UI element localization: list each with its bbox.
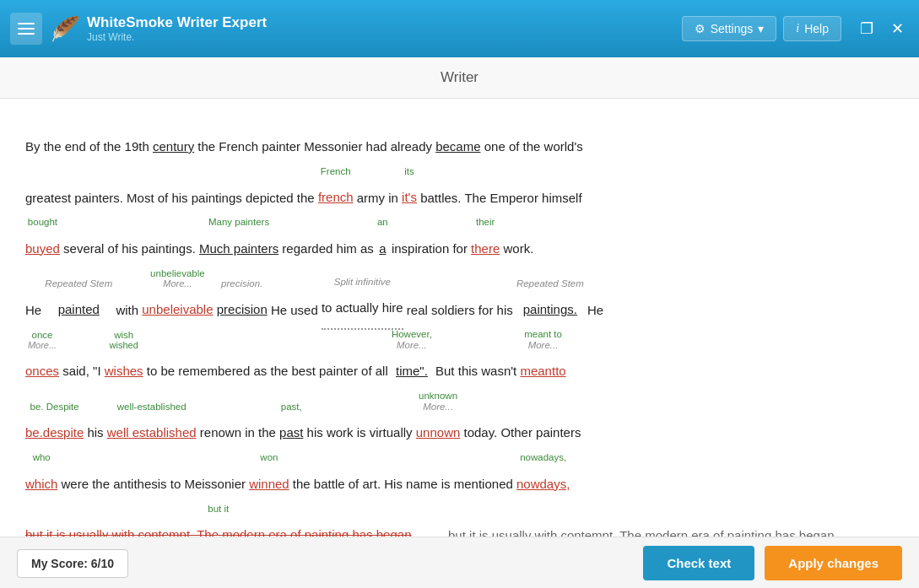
text-static: inspiration for bbox=[388, 241, 471, 256]
text-static: to be remembered as the best painter of … bbox=[143, 364, 392, 378]
correction-precision: precision. precision bbox=[217, 279, 268, 331]
correction-paintings: Repeated Stem paintings. bbox=[516, 279, 584, 331]
correction-its: its it's bbox=[402, 167, 417, 218]
help-button[interactable]: i Help bbox=[783, 16, 841, 41]
check-text-button[interactable]: Check text bbox=[643, 546, 754, 580]
titlebar: 🪶 WhiteSmoke Writer Expert Just Write. ⚙… bbox=[0, 0, 919, 57]
text-static: renown in the bbox=[197, 425, 279, 440]
info-icon: i bbox=[796, 22, 799, 35]
page-title: Writer bbox=[441, 69, 478, 85]
correction-became: x became bbox=[435, 116, 480, 167]
app-title: WhiteSmoke Writer Expert bbox=[87, 14, 267, 31]
text-static: the French painter Messonier had already bbox=[194, 139, 435, 154]
correction-an: an a bbox=[377, 218, 388, 269]
titlebar-actions: ⚙ Settings ▾ i Help bbox=[682, 16, 841, 41]
text-static: several of his paintings. bbox=[60, 241, 199, 256]
text-static: But this wasn't bbox=[432, 364, 521, 378]
correction-meantto: meant to More... meantto bbox=[520, 330, 565, 391]
text-static: regarded him as bbox=[278, 241, 377, 256]
text-static: army in bbox=[354, 190, 403, 204]
text-static: battles. The Emperor himself bbox=[417, 190, 582, 204]
bottom-bar: My Score: 6/10 Check text Apply changes bbox=[0, 537, 919, 588]
logo-bird-icon: 🪶 bbox=[51, 15, 80, 43]
logo-text: WhiteSmoke Writer Expert Just Write. bbox=[87, 14, 267, 43]
score-label: My Score: 6/10 bbox=[31, 557, 114, 570]
text-static: By the end of the 19th bbox=[25, 139, 153, 154]
window-buttons: ❐ ✕ bbox=[855, 17, 909, 40]
text-editor[interactable]: By the end of the 19th x century the Fre… bbox=[0, 99, 919, 537]
correction-time: However, More... time". bbox=[392, 330, 432, 391]
gear-icon: ⚙ bbox=[695, 22, 705, 35]
correction-their: their there bbox=[471, 218, 500, 269]
text-static: his bbox=[84, 425, 107, 440]
correction-many-painters: Many painters Much painters bbox=[199, 218, 278, 269]
page-title-bar: Writer bbox=[0, 57, 919, 99]
copy-button[interactable]: ❐ bbox=[855, 17, 878, 40]
text-static: today. Other painters bbox=[460, 425, 581, 440]
correction-french: French french bbox=[318, 167, 354, 218]
text-static: greatest painters. Most of his paintings… bbox=[25, 190, 318, 204]
text-static: one of the world's bbox=[481, 139, 583, 154]
apply-changes-button[interactable]: Apply changes bbox=[765, 546, 902, 580]
text-static: with bbox=[112, 302, 142, 316]
correction-past: past, past bbox=[279, 402, 303, 454]
correction-despite: be. Despite be.despite bbox=[25, 402, 84, 454]
text-static: work. bbox=[500, 241, 533, 256]
logo-area: 🪶 WhiteSmoke Writer Expert Just Write. bbox=[51, 14, 673, 43]
text-cutoff: but it is usually with contempt. The mod… bbox=[448, 527, 835, 537]
correction-bought: bought buyed bbox=[25, 218, 60, 269]
text-static: He used bbox=[268, 302, 322, 316]
settings-button[interactable]: ⚙ Settings ▾ bbox=[682, 16, 777, 41]
text-static: the battle of art. His name is mentioned bbox=[289, 477, 516, 491]
settings-chevron-icon: ▾ bbox=[758, 22, 764, 35]
correction-which: who which bbox=[25, 453, 57, 504]
app-subtitle: Just Write. bbox=[87, 31, 267, 43]
text-content: By the end of the 19th x century the Fre… bbox=[25, 116, 894, 537]
text-static: real soldiers for his bbox=[403, 302, 516, 316]
correction-winned: won winned bbox=[249, 453, 289, 504]
correction-unnown: unknown More... unnown bbox=[416, 391, 461, 453]
close-button[interactable]: ✕ bbox=[885, 17, 909, 40]
correction-nowdays: nowadays, nowdays, bbox=[516, 453, 570, 504]
menu-button[interactable] bbox=[10, 13, 42, 45]
text-static: his work is virtually bbox=[303, 425, 415, 440]
check-text-label: Check text bbox=[667, 556, 731, 570]
settings-label: Settings bbox=[711, 22, 754, 35]
help-label: Help bbox=[804, 22, 829, 35]
text-static: said, "I bbox=[59, 364, 105, 378]
correction-century: x century bbox=[153, 116, 194, 167]
correction-butit: but it but it is usually with contempt. … bbox=[25, 504, 412, 537]
correction-unbeleivable: unbelievable More... unbeleivable bbox=[142, 269, 213, 331]
text-static: were the antithesis to Meissonier bbox=[57, 477, 249, 491]
correction-wishes: wish wished wishes bbox=[105, 331, 143, 392]
correction-split-inf: Split infinitive to actually hire bbox=[322, 278, 403, 331]
text-static: He bbox=[584, 302, 603, 316]
correction-wellestablished: well-established well established bbox=[107, 402, 197, 454]
correction-onces: once More... onces bbox=[25, 331, 59, 392]
correction-painted: Repeated Stem painted bbox=[45, 279, 112, 331]
text-static: He bbox=[25, 302, 45, 316]
score-badge: My Score: 6/10 bbox=[17, 549, 128, 578]
apply-changes-label: Apply changes bbox=[788, 556, 878, 570]
